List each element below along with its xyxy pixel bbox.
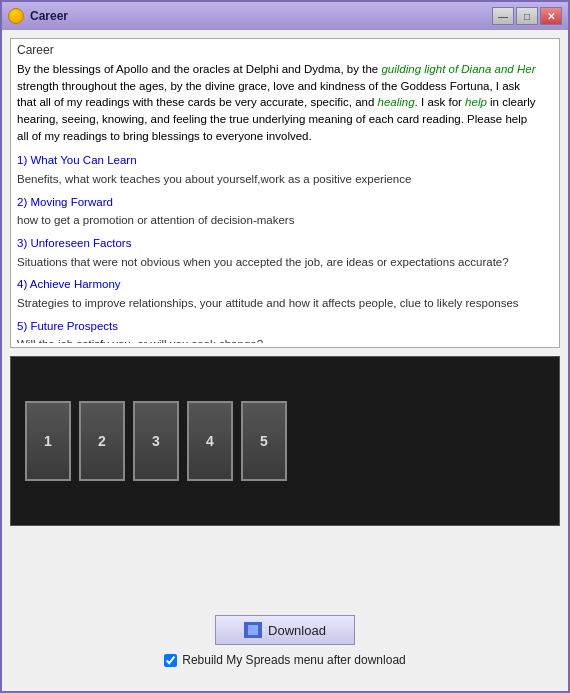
section-body-1: Benefits, what work teaches you about yo… xyxy=(17,171,539,188)
help-text: help xyxy=(465,96,487,108)
card-2[interactable]: 2 xyxy=(79,401,125,481)
rebuild-checkbox[interactable] xyxy=(164,654,177,667)
text-panel-label: Career xyxy=(11,39,559,59)
window-body: Career By the blessings of Apollo and th… xyxy=(2,30,568,691)
card-3[interactable]: 3 xyxy=(133,401,179,481)
guilding-text: guilding light of Diana and Her xyxy=(381,63,535,75)
close-button[interactable]: ✕ xyxy=(540,7,562,25)
section-body-3: Situations that were not obvious when yo… xyxy=(17,254,539,271)
section-title-2: 2) Moving Forward xyxy=(17,194,539,211)
section-title-3: 3) Unforeseen Factors xyxy=(17,235,539,252)
title-buttons: — □ ✕ xyxy=(492,7,562,25)
section-title-5: 5) Future Prospects xyxy=(17,318,539,335)
text-panel: Career By the blessings of Apollo and th… xyxy=(10,38,560,348)
card-panel: 1 2 3 4 5 xyxy=(10,356,560,526)
section-title-4: 4) Achieve Harmony xyxy=(17,276,539,293)
card-1[interactable]: 1 xyxy=(25,401,71,481)
healing-text: healing xyxy=(378,96,415,108)
download-label: Download xyxy=(268,623,326,638)
window-icon xyxy=(8,8,24,24)
rebuild-checkbox-label: Rebuild My Spreads menu after download xyxy=(182,653,405,667)
title-bar: Career — □ ✕ xyxy=(2,2,568,30)
section-body-4: Strategies to improve relationships, you… xyxy=(17,295,539,312)
maximize-button[interactable]: □ xyxy=(516,7,538,25)
title-bar-left: Career xyxy=(8,8,68,24)
section-body-2: how to get a promotion or attention of d… xyxy=(17,212,539,229)
main-window: Career — □ ✕ Career By the blessings of … xyxy=(0,0,570,693)
text-panel-content[interactable]: By the blessings of Apollo and the oracl… xyxy=(11,59,559,343)
window-title: Career xyxy=(30,9,68,23)
section-title-1: 1) What You Can Learn xyxy=(17,152,539,169)
minimize-button[interactable]: — xyxy=(492,7,514,25)
bottom-area: Download Rebuild My Spreads menu after d… xyxy=(10,534,560,683)
card-4[interactable]: 4 xyxy=(187,401,233,481)
section-body-5: Will the job satisfy you, or will you se… xyxy=(17,336,539,343)
card-5[interactable]: 5 xyxy=(241,401,287,481)
rebuild-checkbox-row: Rebuild My Spreads menu after download xyxy=(164,653,405,667)
download-icon xyxy=(244,622,262,638)
download-button[interactable]: Download xyxy=(215,615,355,645)
intro-paragraph: By the blessings of Apollo and the oracl… xyxy=(17,61,539,144)
